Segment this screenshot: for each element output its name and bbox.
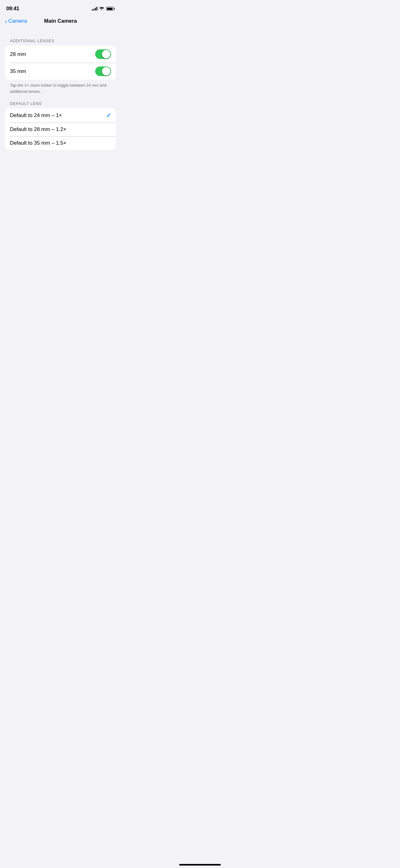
chevron-left-icon: ‹ (5, 18, 7, 24)
default-28mm-label: Default to 28 mm – 1.2× (10, 126, 66, 132)
additional-lenses-group: 28 mm 35 mm (5, 45, 116, 80)
list-item[interactable]: Default to 35 mm – 1.5× (5, 136, 116, 150)
additional-lenses-header: ADDITIONAL LENSES (5, 38, 116, 43)
status-time: 09:41 (6, 6, 19, 12)
list-item[interactable]: Default to 24 mm – 1× ✓ (5, 108, 116, 123)
28mm-toggle[interactable] (95, 49, 111, 59)
additional-lenses-footer: Tap the 1× zoom button to toggle between… (5, 80, 116, 94)
page-title: Main Camera (44, 18, 77, 24)
default-35mm-label: Default to 35 mm – 1.5× (10, 140, 66, 146)
35mm-label: 35 mm (10, 68, 26, 74)
battery-icon (106, 7, 115, 10)
28mm-label: 28 mm (10, 51, 26, 57)
default-lens-header: DEFAULT LENS (5, 101, 116, 106)
default-lens-group: Default to 24 mm – 1× ✓ Default to 28 mm… (5, 108, 116, 150)
back-button[interactable]: ‹ Camera (5, 18, 27, 24)
nav-bar: ‹ Camera Main Camera (0, 16, 121, 29)
status-bar: 09:41 (0, 0, 121, 16)
back-label: Camera (8, 18, 27, 24)
signal-icon (92, 7, 97, 10)
checkmark-icon: ✓ (106, 112, 111, 119)
status-icons (92, 6, 115, 11)
list-item: 28 mm (5, 45, 116, 63)
content: ADDITIONAL LENSES 28 mm 35 mm Tap the 1×… (0, 29, 121, 150)
wifi-icon (99, 6, 104, 11)
list-item: 35 mm (5, 63, 116, 80)
list-item[interactable]: Default to 28 mm – 1.2× (5, 123, 116, 136)
toggle-knob (102, 67, 110, 75)
35mm-toggle[interactable] (95, 66, 111, 76)
toggle-knob (102, 50, 110, 58)
default-24mm-label: Default to 24 mm – 1× (10, 113, 62, 119)
